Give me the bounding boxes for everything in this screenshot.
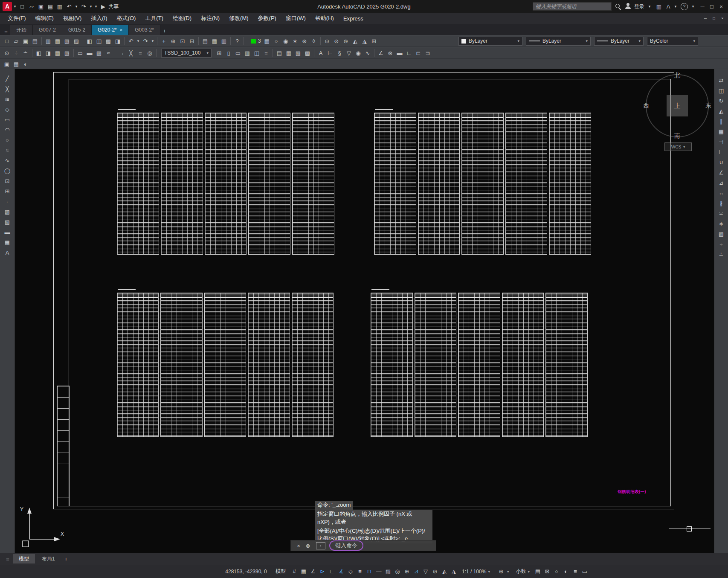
revision-cloud-tool[interactable]: ≈ — [3, 146, 12, 154]
close-command-icon[interactable]: × — [294, 541, 303, 550]
color-control-dropdown[interactable]: ByLayer ▾ — [458, 37, 522, 46]
transparency-display[interactable]: ▨ — [384, 567, 392, 576]
etransmit[interactable]: ▨ — [72, 37, 81, 45]
layer-off[interactable]: ○ — [272, 37, 281, 45]
multiline[interactable]: ≡ — [136, 49, 145, 57]
new-file-button[interactable]: □ — [18, 2, 26, 11]
tssd-section-view[interactable]: ⊐ — [423, 49, 432, 57]
tssd-column[interactable]: ▯ — [224, 49, 233, 57]
redo[interactable]: ↷ — [141, 37, 150, 45]
save-button[interactable]: ▣ — [37, 2, 45, 11]
isolate-objects[interactable]: ○ — [552, 567, 561, 576]
polygon-tool[interactable]: ◇ — [3, 105, 12, 113]
layer-lock[interactable]: ◊ — [310, 37, 318, 45]
render-gallery[interactable]: ▣ — [3, 60, 11, 68]
file-tab-开始[interactable]: 开始 — [10, 25, 33, 35]
polar-tracking[interactable]: ∡ — [337, 567, 345, 576]
tssd-channel-steel[interactable]: ⊏ — [414, 49, 423, 57]
file-tab-G007-2[interactable]: G007-2 — [33, 25, 62, 35]
file-tab-G003-2[interactable]: G003-2* — [129, 25, 160, 35]
tssd-plate[interactable]: ▬ — [395, 49, 404, 57]
notification-icon[interactable]: A — [664, 2, 673, 11]
menu-dimension[interactable]: 标注(N) — [197, 15, 224, 22]
redo-button[interactable]: ↷ — [79, 2, 88, 11]
new-tab-button[interactable]: + — [160, 26, 169, 35]
customization-menu[interactable]: ≡ — [571, 567, 580, 576]
plot[interactable]: ▥ — [44, 37, 52, 45]
zoom-window[interactable]: ⊡ — [178, 37, 187, 45]
copy-clip[interactable]: ◫ — [95, 37, 103, 45]
coordinates-readout[interactable]: 428153, -42390, 0 — [221, 569, 271, 575]
layer-match[interactable]: ⊚ — [342, 37, 350, 45]
menu-format[interactable]: 格式(O) — [113, 15, 140, 22]
circle-tool[interactable]: ○ — [3, 136, 12, 144]
search-input[interactable]: 键入关键字或短语 — [533, 2, 612, 11]
tssd-angle-steel[interactable]: ∟ — [405, 49, 413, 57]
menu-tools[interactable]: 工具(T) — [141, 15, 168, 22]
gradient-tool[interactable]: ▧ — [3, 218, 12, 226]
explode-tool[interactable]: ∗ — [717, 219, 725, 228]
ucs-dropdown[interactable]: WCS ▾ — [664, 142, 692, 151]
menu-parametric[interactable]: 参数(P) — [254, 15, 281, 22]
tssd-rebar-table[interactable]: ▩ — [303, 49, 312, 57]
tssd-bolt[interactable]: ⊗ — [386, 49, 394, 57]
selection-filtering[interactable]: ▽ — [421, 567, 430, 576]
layer-on[interactable]: ◉ — [281, 37, 290, 45]
viewcube-top-face[interactable]: 上 — [667, 95, 688, 116]
open-file[interactable]: ▱ — [12, 37, 20, 45]
chamfer-tool[interactable]: ∠ — [717, 168, 725, 177]
tab-layout1[interactable]: 布局1 — [36, 554, 61, 563]
menu-modify[interactable]: 修改(M) — [225, 15, 253, 22]
paste-clip[interactable]: ▩ — [104, 37, 113, 45]
donut[interactable]: ◎ — [145, 49, 154, 57]
match-properties[interactable]: ◨ — [113, 37, 122, 45]
workspace-switching-dropdown[interactable]: ⊛ ▾ — [494, 567, 512, 576]
rectangle-tool[interactable]: ▭ — [3, 115, 12, 124]
cut-clip[interactable]: ◧ — [85, 37, 94, 45]
signin-label[interactable]: 登录 — [634, 3, 644, 10]
revision-cloud[interactable]: ≈ — [104, 49, 113, 57]
layer-isolate[interactable]: ◭ — [351, 37, 360, 45]
layer-properties-manager[interactable]: ▦ — [263, 37, 271, 45]
tssd-wall[interactable]: ▥ — [243, 49, 252, 57]
menu-edit[interactable]: 编辑(E) — [31, 15, 58, 22]
annotation-visibility[interactable]: ◭ — [440, 567, 449, 576]
customize-command-icon[interactable]: ⊚ — [304, 541, 312, 550]
object-snap[interactable]: ⊓ — [365, 567, 374, 576]
point-tool[interactable]: · — [3, 197, 12, 206]
gizmo[interactable]: ⊘ — [431, 567, 439, 576]
menu-help[interactable]: 帮助(H) — [311, 15, 338, 22]
tab-model[interactable]: 模型 — [13, 554, 35, 563]
table-tool[interactable]: ▦ — [3, 238, 12, 247]
tssd-break-line[interactable]: ∿ — [363, 49, 372, 57]
region-tool[interactable]: ▬ — [3, 228, 12, 236]
publish[interactable]: ▧ — [63, 37, 71, 45]
file-tabs-menu-icon[interactable]: ≡ — [2, 26, 10, 35]
minimize-button[interactable]: ─ — [698, 2, 707, 11]
make-object-layer-current[interactable]: ⊙ — [323, 37, 331, 45]
maximize-button[interactable]: □ — [708, 2, 716, 11]
lineweight-control-dropdown[interactable]: ByLayer ▾ — [594, 37, 644, 46]
plotstyle-control-dropdown[interactable]: ByColor ▾ — [647, 37, 698, 46]
measure-tool[interactable]: ≐ — [717, 250, 725, 259]
tool-palettes[interactable]: ▥ — [220, 37, 228, 45]
offset-tool[interactable]: ∥ — [717, 117, 725, 125]
extend-tool[interactable]: ⊢ — [717, 148, 725, 156]
array-tool[interactable]: ▦ — [717, 127, 725, 136]
window-restore-button[interactable]: □ — [712, 14, 716, 23]
measure[interactable]: ≐ — [21, 49, 30, 57]
create-block-tool[interactable]: ⊞ — [3, 187, 12, 195]
mirror-tool[interactable]: ◭ — [717, 107, 725, 115]
drawing-canvas[interactable]: 上 北 南 西 东 WCS ▾ 钢筋明细表(一) 命令: '_.zoom 指定窗… — [15, 69, 714, 553]
viewcube-south-label[interactable]: 南 — [674, 132, 680, 140]
group[interactable]: ▦ — [53, 49, 62, 57]
window-close-button[interactable]: × — [720, 14, 725, 23]
autoscale[interactable]: ◮ — [450, 567, 458, 576]
close-tab-icon[interactable]: × — [120, 27, 122, 32]
spline-tool[interactable]: ∿ — [3, 156, 12, 165]
tssd-beam-rebar[interactable]: ▦ — [284, 49, 293, 57]
model-space-toggle[interactable]: 模型 — [272, 568, 289, 575]
save-as-button[interactable]: ▤ — [46, 2, 55, 11]
window-minimize-button[interactable]: ─ — [703, 14, 708, 23]
dynamic-input[interactable]: ⊳ — [318, 567, 327, 576]
